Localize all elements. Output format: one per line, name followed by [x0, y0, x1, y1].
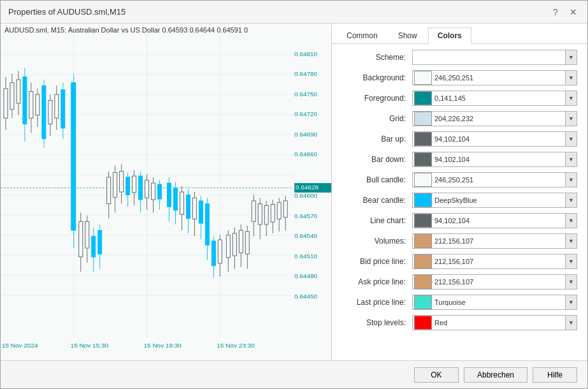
svg-rect-42	[79, 221, 83, 257]
foreground-row: Foreground: 0,141,145 ▼	[342, 90, 577, 106]
tab-colors[interactable]: Colors	[428, 27, 471, 44]
bar-down-dropdown[interactable]: 94,102,104 ▼	[412, 152, 577, 167]
bull-candle-value: 246,250,251	[434, 176, 565, 184]
svg-rect-58	[133, 176, 136, 193]
line-chart-swatch	[414, 214, 432, 228]
svg-text:15 Nov 15:30: 15 Nov 15:30	[71, 342, 108, 349]
bear-candle-value: DeepSkyBlue	[434, 196, 565, 204]
stop-levels-value: Red	[434, 319, 565, 327]
grid-swatch	[414, 112, 432, 126]
bull-candle-arrow-icon: ▼	[565, 173, 577, 187]
stop-levels-label: Stop levels:	[342, 318, 412, 327]
svg-rect-62	[145, 180, 149, 198]
grid-arrow-icon: ▼	[565, 112, 577, 126]
svg-text:0.64570: 0.64570	[294, 212, 317, 219]
svg-text:0.64690: 0.64690	[294, 131, 317, 138]
ask-price-swatch	[414, 275, 432, 289]
close-button[interactable]: ✕	[567, 6, 580, 18]
svg-rect-96	[258, 204, 262, 224]
help-button[interactable]: Hilfe	[533, 367, 577, 383]
bull-candle-dropdown[interactable]: 246,250,251 ▼	[412, 172, 577, 187]
line-chart-dropdown[interactable]: 94,102,104 ▼	[412, 213, 577, 228]
svg-rect-102	[277, 203, 281, 219]
background-swatch	[414, 71, 432, 85]
background-value: 246,250,251	[434, 74, 565, 82]
svg-rect-44	[85, 221, 89, 248]
svg-rect-72	[180, 192, 183, 214]
volumes-dropdown[interactable]: 212,156,107 ▼	[412, 233, 577, 249]
svg-text:15 Nov 19:30: 15 Nov 19:30	[144, 342, 182, 349]
bull-candle-row: Bull candle: 246,250,251 ▼	[342, 172, 577, 188]
svg-rect-54	[120, 172, 124, 192]
bar-up-swatch	[414, 132, 432, 146]
chart-svg: 0.64810 0.64780 0.64750 0.64720 0.64690 …	[1, 24, 331, 360]
svg-text:0.64600: 0.64600	[294, 193, 317, 200]
last-price-dropdown[interactable]: Turquoise ▼	[412, 295, 577, 310]
line-chart-label: Line chart:	[342, 216, 412, 225]
last-price-arrow-icon: ▼	[565, 295, 577, 309]
bid-price-dropdown[interactable]: 212,156,107 ▼	[412, 254, 577, 269]
bar-up-dropdown[interactable]: 94,102,104 ▼	[412, 131, 577, 147]
stop-levels-arrow-icon: ▼	[565, 316, 577, 330]
cancel-button[interactable]: Abbrechen	[464, 367, 527, 383]
foreground-arrow-icon: ▼	[565, 91, 577, 105]
svg-rect-74	[186, 195, 190, 219]
svg-rect-70	[173, 188, 177, 210]
bar-up-label: Bar up:	[342, 135, 412, 143]
bar-up-value: 94,102,104	[434, 135, 565, 143]
help-icon-btn[interactable]: ?	[549, 6, 562, 18]
foreground-dropdown[interactable]: 0,141,145 ▼	[412, 91, 577, 106]
svg-rect-86	[226, 235, 230, 258]
last-price-label: Last price line:	[342, 298, 412, 307]
foreground-swatch	[414, 91, 432, 105]
svg-rect-50	[107, 177, 111, 204]
grid-label: Grid:	[342, 114, 412, 123]
tab-show[interactable]: Show	[389, 27, 427, 44]
svg-rect-52	[113, 172, 117, 197]
grid-dropdown[interactable]: 204,226,232 ▼	[412, 111, 577, 126]
svg-rect-90	[239, 230, 243, 253]
background-arrow-icon: ▼	[565, 71, 577, 85]
titlebar-buttons: ? ✕	[549, 6, 580, 18]
svg-text:0.64450: 0.64450	[294, 293, 317, 300]
grid-row: Grid: 204,226,232 ▼	[342, 110, 577, 127]
tabs-container: Common Show Colors	[332, 24, 587, 44]
grid-value: 204,226,232	[434, 115, 565, 122]
dialog-title: Properties of AUDUSD.sml,M15	[8, 7, 125, 17]
svg-rect-48	[98, 230, 102, 254]
svg-text:0.64660: 0.64660	[294, 151, 317, 158]
svg-rect-104	[283, 201, 287, 217]
svg-rect-94	[252, 201, 255, 221]
svg-rect-88	[233, 233, 236, 256]
ok-button[interactable]: OK	[414, 367, 459, 383]
svg-text:0.64510: 0.64510	[294, 253, 317, 260]
line-chart-arrow-icon: ▼	[565, 214, 577, 228]
bear-candle-swatch	[414, 193, 432, 207]
svg-rect-66	[158, 184, 162, 199]
svg-text:0.64810: 0.64810	[294, 50, 317, 57]
foreground-label: Foreground:	[342, 94, 412, 103]
ask-price-label: Ask price line:	[342, 277, 412, 286]
ask-price-dropdown[interactable]: 212,156,107 ▼	[412, 274, 577, 290]
svg-rect-60	[139, 176, 143, 200]
svg-rect-64	[152, 183, 155, 200]
stop-levels-dropdown[interactable]: Red ▼	[412, 315, 577, 330]
scheme-dropdown[interactable]: ▼	[412, 50, 577, 65]
svg-text:0.64750: 0.64750	[294, 91, 317, 98]
svg-rect-22	[10, 83, 14, 110]
bar-down-row: Bar down: 94,102,104 ▼	[342, 151, 577, 168]
bear-candle-dropdown[interactable]: DeepSkyBlue ▼	[412, 193, 577, 208]
tab-common[interactable]: Common	[337, 27, 387, 44]
bear-candle-arrow-icon: ▼	[565, 193, 577, 207]
bull-candle-swatch	[414, 173, 432, 187]
stop-levels-row: Stop levels: Red ▼	[342, 314, 577, 331]
bull-candle-label: Bull candle:	[342, 175, 412, 184]
main-content: AUDUSD.sml, M15: Australian Dollar vs US…	[1, 24, 587, 360]
ask-price-row: Ask price line: 212,156,107 ▼	[342, 274, 577, 290]
svg-rect-92	[245, 231, 249, 254]
footer: OK Abbrechen Hilfe	[1, 360, 587, 388]
chart-area: AUDUSD.sml, M15: Australian Dollar vs US…	[1, 24, 332, 360]
svg-text:15 Nov 2024: 15 Nov 2024	[2, 342, 38, 349]
background-dropdown[interactable]: 246,250,251 ▼	[412, 70, 577, 85]
svg-rect-46	[92, 236, 96, 256]
